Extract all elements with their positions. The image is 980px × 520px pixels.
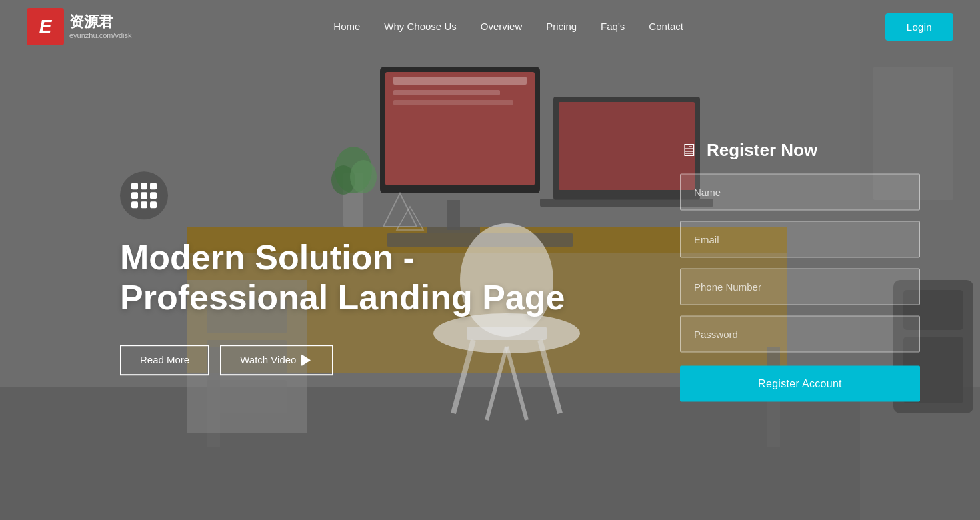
logo: E 资源君 eyunzhu.com/vdisk xyxy=(27,8,132,45)
nav-item-faqs[interactable]: Faq's xyxy=(601,21,625,33)
read-more-button[interactable]: Read More xyxy=(120,345,209,375)
email-input[interactable] xyxy=(680,221,920,258)
logo-subtitle: eyunzhu.com/vdisk xyxy=(69,31,132,40)
phone-field-group xyxy=(680,269,920,305)
svg-rect-1 xyxy=(0,387,980,520)
navbar: E 资源君 eyunzhu.com/vdisk Home Why Choose … xyxy=(0,0,980,53)
hero-section: E 资源君 eyunzhu.com/vdisk Home Why Choose … xyxy=(0,0,980,520)
bb-dot xyxy=(150,192,157,199)
bb-dot xyxy=(150,201,157,208)
bb-dot xyxy=(141,183,147,189)
register-account-button[interactable]: Register Account xyxy=(680,366,920,402)
bb-dot xyxy=(141,201,147,208)
svg-rect-15 xyxy=(393,90,500,95)
nav-item-contact[interactable]: Contact xyxy=(649,21,683,33)
svg-rect-14 xyxy=(393,77,527,85)
email-field-group xyxy=(680,221,920,258)
name-field-group xyxy=(680,174,920,211)
register-header: 🖥 Register Now xyxy=(680,140,920,161)
nav-item-home[interactable]: Home xyxy=(333,21,360,33)
bb-dot xyxy=(141,192,147,199)
nav-item-overview[interactable]: Overview xyxy=(481,21,523,33)
nav-item-why-choose-us[interactable]: Why Choose Us xyxy=(384,21,456,33)
register-panel: 🖥 Register Now Register Account xyxy=(680,140,920,402)
hero-content: Modern Solution - Professional Landing P… xyxy=(120,171,565,375)
bb-dot xyxy=(131,183,138,189)
bb-dot xyxy=(131,192,138,199)
svg-rect-9 xyxy=(207,380,287,413)
password-input[interactable] xyxy=(680,316,920,353)
phone-input[interactable] xyxy=(680,269,920,305)
logo-title: 资源君 xyxy=(69,13,132,31)
watch-video-button[interactable]: Watch Video xyxy=(220,345,333,375)
register-title: Register Now xyxy=(707,140,817,161)
password-field-group xyxy=(680,316,920,353)
blackberry-icon xyxy=(120,171,168,219)
bb-dot xyxy=(131,201,138,208)
svg-rect-18 xyxy=(559,102,695,190)
nav-item-pricing[interactable]: Pricing xyxy=(546,21,577,33)
hero-buttons: Read More Watch Video xyxy=(120,345,565,375)
logo-icon: E xyxy=(27,8,64,45)
name-input[interactable] xyxy=(680,174,920,211)
svg-rect-13 xyxy=(385,72,535,185)
nav-links: Home Why Choose Us Overview Pricing Faq'… xyxy=(333,21,683,33)
bb-dots-grid xyxy=(131,183,157,208)
monitor-icon: 🖥 xyxy=(680,140,697,161)
hero-title: Modern Solution - Professional Landing P… xyxy=(120,238,565,318)
svg-rect-17 xyxy=(553,97,700,200)
svg-rect-16 xyxy=(393,100,513,105)
bb-dot xyxy=(150,183,157,189)
play-icon xyxy=(301,354,313,366)
login-button[interactable]: Login xyxy=(885,13,953,41)
